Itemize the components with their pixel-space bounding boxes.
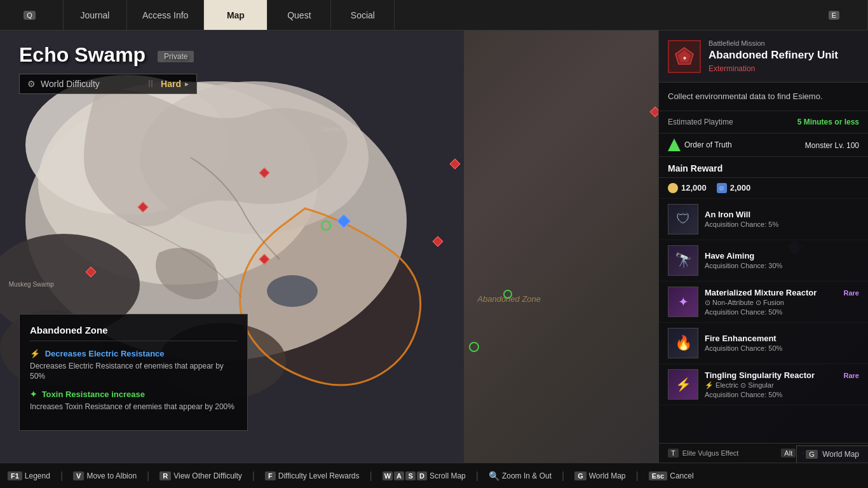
nav-access-info[interactable]: Access Info	[127, 0, 204, 30]
legend-key: F1	[8, 471, 22, 480]
blue-currency: ⚙ 2,000	[717, 183, 751, 193]
difficulty-label: World Difficulty	[41, 79, 140, 89]
top-navigation: Q Journal Access Info Map Quest Social E	[0, 0, 868, 30]
reward-thumb-3: 🔥	[668, 328, 698, 358]
nav-social-label: Social	[351, 10, 375, 20]
blue-value: 2,000	[730, 183, 751, 193]
reward-item-3[interactable]: 🔥 Fire Enhancement Acquisition Chance: 5…	[659, 323, 868, 364]
world-map-button[interactable]: G World Map	[796, 445, 868, 463]
reward-info-0: An Iron Will Acquisition Chance: 5%	[705, 210, 859, 228]
private-badge: Private	[158, 51, 194, 62]
mission-icon-svg: ⬥	[674, 46, 695, 67]
nav-e-key[interactable]: E	[804, 0, 868, 30]
reward-thumb-0: 🛡	[668, 204, 698, 234]
difficulty-rewards-button[interactable]: F Difficulty Level Rewards	[265, 471, 360, 480]
elite-vulgus-hint: T Elite Vulgus Effect	[668, 449, 738, 458]
map-marker-6[interactable]	[261, 255, 273, 268]
world-map-bottom-label: World Map	[589, 471, 626, 480]
map-marker-3[interactable]	[261, 169, 273, 182]
reward-chance-2: Acquisition Chance: 50%	[705, 308, 859, 316]
sep6: |	[562, 470, 564, 482]
sep4: |	[370, 470, 372, 482]
difficulty-bar[interactable]: ⚙ World Difficulty ⏸ Hard ▸	[19, 74, 197, 94]
move-to-albion-button[interactable]: V Move to Albion	[73, 471, 137, 480]
world-map-label: World Map	[822, 450, 859, 459]
map-marker-green-3[interactable]	[503, 290, 516, 302]
gold-icon	[668, 183, 678, 193]
zoom-button[interactable]: 🔍 Zoom In & Out	[489, 471, 552, 481]
zone-effect-toxin: ✦ Toxin Resistance increase Increases To…	[30, 390, 237, 412]
reward-item-4[interactable]: ⚡ Tingling Singularity Reactor Rare ⚡ El…	[659, 364, 868, 405]
location-name: Echo Swamp	[19, 43, 146, 66]
reward-item-0[interactable]: 🛡 An Iron Will Acquisition Chance: 5%	[659, 199, 868, 240]
mission-icon: ⬥	[668, 40, 701, 73]
move-label: Move to Albion	[86, 471, 137, 480]
reward-chance-3: Acquisition Chance: 50%	[705, 344, 859, 352]
legend-button[interactable]: F1 Legend	[8, 471, 50, 480]
cancel-label: Cancel	[670, 471, 693, 480]
reward-info-3: Fire Enhancement Acquisition Chance: 50%	[705, 334, 859, 352]
svg-point-8	[267, 275, 318, 307]
mission-header-text: Battlefield Mission Abandoned Refinery U…	[709, 39, 859, 73]
playtime-label: Estimated Playtime	[668, 118, 733, 126]
elite-label: Elite Vulgus Effect	[682, 449, 739, 457]
reward-tags-2: ⊙ Non-Attribute ⊙ Fusion	[705, 299, 859, 307]
toxin-icon: ✦	[30, 390, 37, 399]
reward-info-1: Have Aiming Acquisition Chance: 30%	[705, 251, 859, 269]
map-marker-7[interactable]	[434, 238, 447, 250]
reward-name-1: Have Aiming	[705, 251, 859, 261]
rare-badge-2: Rare	[844, 289, 859, 297]
blue-currency-icon: ⚙	[717, 183, 727, 193]
faction-icon	[668, 139, 681, 151]
monster-level-label: Monster Lv. 100	[805, 141, 859, 150]
right-panel: ⬥ Battlefield Mission Abandoned Refinery…	[658, 30, 868, 463]
monster-level-info: Monster Lv. 100	[805, 139, 859, 151]
alt-key: Alt	[781, 449, 796, 458]
map-marker-2[interactable]	[451, 160, 464, 173]
move-key: V	[73, 471, 84, 480]
reward-item-1[interactable]: 🔭 Have Aiming Acquisition Chance: 30%	[659, 240, 868, 281]
nav-q-key[interactable]: Q	[0, 0, 64, 30]
playtime-value: 5 Minutes or less	[797, 118, 859, 126]
reward-item-2[interactable]: ✦ Materialized Mixture Reactor Rare ⊙ No…	[659, 281, 868, 323]
zone-effect-electric-title: ⚡ Decreases Electric Resistance	[30, 349, 237, 358]
faction-name: Order of Truth	[684, 140, 732, 149]
difficulty-arrow: ▸	[185, 79, 189, 88]
nav-quest-label: Quest	[287, 10, 311, 20]
location-title: Echo Swamp Private	[19, 43, 194, 67]
gold-value: 12,000	[681, 183, 707, 193]
world-map-bottom-button[interactable]: G World Map	[574, 471, 625, 480]
rare-badge-4: Rare	[844, 372, 859, 379]
reward-info-2: Materialized Mixture Reactor Rare ⊙ Non-…	[705, 288, 859, 316]
world-map-bottom-key: G	[574, 471, 587, 480]
map-marker-green-1[interactable]	[321, 220, 334, 233]
nav-journal[interactable]: Journal	[64, 0, 127, 30]
map-marker-blue[interactable]	[339, 216, 351, 229]
nav-map[interactable]: Map	[204, 0, 268, 30]
map-marker-4[interactable]	[139, 203, 152, 216]
mission-stats-row: Estimated Playtime 5 Minutes or less	[659, 111, 868, 133]
reward-chance-4: Acquisition Chance: 50%	[705, 391, 859, 398]
mission-subtype-label: Extermination	[709, 64, 859, 73]
map-marker-green-2[interactable]	[469, 342, 482, 355]
cancel-button[interactable]: Esc Cancel	[649, 471, 694, 480]
gold-currency: 12,000	[668, 183, 707, 193]
world-map-key: G	[806, 450, 818, 459]
d-key: D	[417, 471, 427, 480]
wasd-keys: W A S D	[383, 471, 427, 480]
mission-description: Collect environmental data to find Esiem…	[659, 83, 868, 111]
difficulty-icon: ⚙	[27, 79, 36, 89]
svg-text:⬥: ⬥	[682, 53, 687, 61]
reward-chance-1: Acquisition Chance: 30%	[705, 262, 859, 269]
nav-quest[interactable]: Quest	[268, 0, 331, 30]
nav-social[interactable]: Social	[331, 0, 395, 30]
scroll-map-button[interactable]: W A S D Scroll Map	[383, 471, 466, 480]
scroll-map-label: Scroll Map	[430, 471, 466, 480]
sep7: |	[635, 470, 638, 482]
sep5: |	[476, 470, 478, 482]
mission-name-label: Abandoned Refinery Unit	[709, 49, 859, 62]
zone-tooltip-title: Abandoned Zone	[30, 325, 237, 341]
nav-journal-label: Journal	[81, 10, 110, 20]
map-marker-5[interactable]	[87, 268, 100, 281]
view-difficulty-button[interactable]: R View Other Difficulty	[159, 471, 242, 480]
